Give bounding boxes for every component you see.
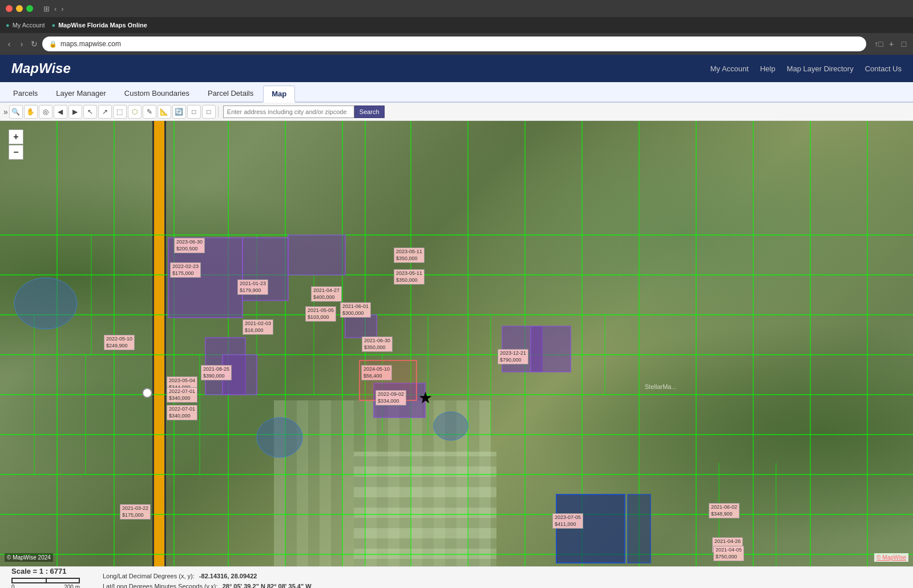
search-button[interactable]: Search xyxy=(354,106,385,118)
zoom-out-btn[interactable]: − xyxy=(9,145,23,160)
map-controls: + − xyxy=(9,129,23,160)
window-icon: ⊞ xyxy=(43,5,50,13)
page: MapWise My Account Help Map Layer Direct… xyxy=(0,55,913,588)
tool-select-rect[interactable]: ⬚ xyxy=(113,105,127,119)
tab-custom-boundaries[interactable]: Custom Boundaries xyxy=(116,84,198,102)
share-button[interactable]: ↑□ xyxy=(874,39,883,48)
coord-info: Long/Lat Decimal Degrees (x, y): -82.143… xyxy=(103,571,312,588)
search-input[interactable] xyxy=(223,106,354,118)
tool-refresh[interactable]: 🔄 xyxy=(172,105,186,119)
lock-icon: 🔒 xyxy=(49,40,57,48)
nav-myaccount[interactable]: My Account xyxy=(710,64,749,73)
new-tab-button[interactable]: + xyxy=(887,39,896,48)
nav-map-layer-directory[interactable]: Map Layer Directory xyxy=(787,64,854,73)
back-button[interactable]: ‹ xyxy=(5,39,14,48)
tool-select[interactable]: ↖ xyxy=(83,105,97,119)
map-copyright: © MapWise 2024 xyxy=(5,553,53,562)
fields-area-2 xyxy=(354,452,496,566)
tool-more2[interactable]: □ xyxy=(202,105,216,119)
tool-edit[interactable]: ✎ xyxy=(143,105,156,119)
road-vertical xyxy=(154,121,164,566)
tab-parcel-details[interactable]: Parcel Details xyxy=(199,84,262,102)
tool-draw-poly[interactable]: ⬡ xyxy=(128,105,142,119)
refresh-button[interactable]: ↻ xyxy=(30,39,39,48)
browser-chrome: ⊞ ‹ › xyxy=(0,0,913,17)
tab-layer-manager[interactable]: Layer Manager xyxy=(47,84,114,102)
forward-btn[interactable]: › xyxy=(61,5,63,13)
tab-myaccount[interactable]: My Account xyxy=(13,22,45,29)
tool-more1[interactable]: □ xyxy=(187,105,201,119)
nav-contact[interactable]: Contact Us xyxy=(865,64,902,73)
address-bar[interactable]: 🔒 maps.mapwise.com xyxy=(42,37,866,51)
nav-help[interactable]: Help xyxy=(760,64,775,73)
tool-locate[interactable]: ◎ xyxy=(39,105,52,119)
tool-measure[interactable]: 📐 xyxy=(157,105,171,119)
scale-bar: 0 200 m 1000 ft xyxy=(11,578,80,589)
zoom-in-btn[interactable]: + xyxy=(9,129,23,144)
statusbar: Scale = 1 : 6771 0 200 m 1000 ft xyxy=(0,566,913,588)
toolbar-sep xyxy=(218,106,219,117)
app-logo: MapWise xyxy=(11,60,71,76)
forward-button[interactable]: › xyxy=(17,39,26,48)
tool-back[interactable]: ◀ xyxy=(54,105,67,119)
search-container: Search xyxy=(223,106,385,118)
tool-pointer[interactable]: ↗ xyxy=(98,105,112,119)
tab-map[interactable]: Map xyxy=(263,86,295,103)
address-text: maps.mapwise.com xyxy=(60,40,121,48)
tab-bar: Parcels Layer Manager Custom Boundaries … xyxy=(0,82,913,103)
scale-line: 0 200 m 1000 ft xyxy=(11,578,80,589)
tool-pan[interactable]: ✋ xyxy=(24,105,38,119)
coord-label: Long/Lat Decimal Degrees (x, y): xyxy=(103,573,195,579)
sidebar-button[interactable]: □ xyxy=(899,39,908,48)
tool-zoom-in[interactable]: 🔍 xyxy=(9,105,23,119)
latlong-label: Lat/Long Degrees Minutes Seconds (y,x): xyxy=(103,583,218,589)
nav-links: My Account Help Map Layer Directory Cont… xyxy=(710,64,902,73)
back-btn[interactable]: ‹ xyxy=(54,5,56,13)
tab-parcels[interactable]: Parcels xyxy=(5,84,46,102)
browser-controls: ‹ › ↻ 🔒 maps.mapwise.com ↑□ + □ xyxy=(0,33,913,55)
coord-value: -82.14316, 28.09422 xyxy=(199,573,257,579)
scale-label: Scale = 1 : 6771 xyxy=(11,567,67,575)
tab-mapwise[interactable]: MapWise Florida Maps Online xyxy=(58,22,147,29)
top-nav: MapWise My Account Help Map Layer Direct… xyxy=(0,55,913,82)
map-container[interactable]: StellarMa... ★ 2023-06-30$200,500 2022-0… xyxy=(0,121,913,566)
latlong-value: 28° 05' 39.2" N 82° 08' 35.4" W xyxy=(223,583,312,589)
toolbar-collapse[interactable]: » xyxy=(3,107,8,116)
mapwise-link[interactable]: © MapWise xyxy=(874,553,908,562)
scale-info: Scale = 1 : 6771 0 200 m 1000 ft xyxy=(11,567,80,589)
tool-forward[interactable]: ▶ xyxy=(68,105,82,119)
browser-tab-bar: ● My Account ● MapWise Florida Maps Onli… xyxy=(0,17,913,33)
toolbar: » 🔍 ✋ ◎ ◀ ▶ ↖ ↗ ⬚ ⬡ ✎ 📐 🔄 □ □ Search xyxy=(0,103,913,121)
